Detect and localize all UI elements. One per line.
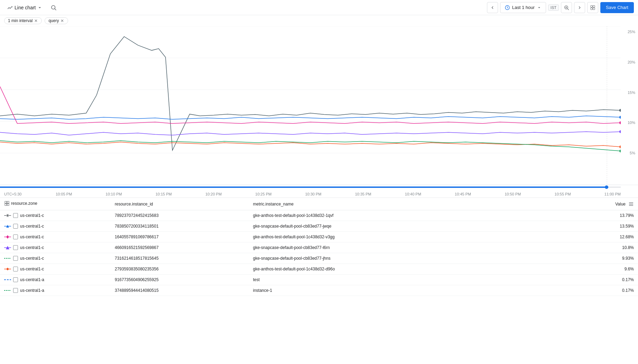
row-line-icon xyxy=(4,245,11,250)
filter-bar: 1 min interval query xyxy=(0,15,638,26)
timezone-badge: IST xyxy=(548,4,559,11)
cell-zone: us-central1-c xyxy=(0,264,111,275)
svg-point-0 xyxy=(51,6,55,9)
table-row: us-central1-c 7316214618517815645 gke-sn… xyxy=(0,253,638,264)
table-header: resource.zone resource.instance_id metri… xyxy=(0,198,638,210)
chevron-right-icon xyxy=(577,5,582,10)
cell-instance-id: 3748895944414080515 xyxy=(111,285,249,296)
x-label-5: 10:25 PM xyxy=(255,192,272,196)
x-label-1: 10:05 PM xyxy=(56,192,72,196)
cell-zone: us-central1-c xyxy=(0,253,111,264)
nav-next-button[interactable] xyxy=(574,2,585,13)
cell-metric-name: gke-anthos-test-default-pool-1c438d32-1q… xyxy=(249,210,603,221)
filter-tag-query[interactable]: query xyxy=(45,17,68,24)
table-row: us-central1-c 4660916521592569867 gke-sn… xyxy=(0,242,638,253)
chart-type-label: Line chart xyxy=(15,5,36,10)
timeline-container[interactable] xyxy=(0,186,638,191)
x-label-6: 10:30 PM xyxy=(305,192,321,196)
cell-instance-id: 2793593835080235356 xyxy=(111,264,249,275)
row-checkbox[interactable] xyxy=(13,234,18,239)
x-timezone-label: UTC+5:30 xyxy=(4,192,22,196)
svg-rect-7 xyxy=(591,6,592,7)
row-line-icon xyxy=(4,224,11,229)
col-header-metric-name: metric.instance_name xyxy=(249,198,603,210)
data-table-container[interactable]: resource.zone resource.instance_id metri… xyxy=(0,198,638,296)
svg-point-22 xyxy=(619,150,621,152)
row-checkbox[interactable] xyxy=(13,288,18,293)
row-line-icon xyxy=(4,213,11,218)
cell-zone: us-central1-a xyxy=(0,285,111,296)
svg-point-21 xyxy=(619,145,621,148)
filter-query-close-icon[interactable] xyxy=(60,19,64,23)
line-chart-svg[interactable] xyxy=(0,26,621,185)
header-bar: Line chart Last 1 hour xyxy=(0,0,638,15)
cell-zone-value: us-central1-c xyxy=(20,267,44,271)
time-range-button[interactable]: Last 1 hour xyxy=(500,2,546,13)
svg-rect-8 xyxy=(593,6,595,7)
header-left: Line chart xyxy=(4,2,59,13)
y-label-5: 5% xyxy=(628,151,635,155)
cell-instance-id: 1640557891069786617 xyxy=(111,232,249,242)
columns-icon[interactable] xyxy=(628,201,634,207)
search-button[interactable] xyxy=(48,2,59,13)
y-axis: 25% 20% 15% 10% 5% xyxy=(628,26,635,185)
row-line-icon xyxy=(4,288,11,293)
cell-value: 9.6% xyxy=(603,264,638,275)
row-checkbox[interactable] xyxy=(13,277,18,282)
cell-zone: us-central1-c xyxy=(0,232,111,242)
svg-point-17 xyxy=(619,116,621,118)
dropdown-icon xyxy=(37,5,43,10)
cell-zone: us-central1-c xyxy=(0,242,111,253)
filter-interval-label: 1 min interval xyxy=(8,18,32,23)
row-line-icon xyxy=(4,234,11,239)
filter-close-icon[interactable] xyxy=(34,19,38,23)
reset-zoom-icon xyxy=(590,5,595,10)
table-row: us-central1-a 9167735604906255925 test 0… xyxy=(0,275,638,285)
nav-prev-button[interactable] xyxy=(487,2,498,13)
y-label-15: 15% xyxy=(628,90,635,95)
cell-metric-name: gke-snapcase-default-pool-cb83ed77-l6rn xyxy=(249,242,603,253)
table-body: us-central1-c 7892370724452415683 gke-an… xyxy=(0,210,638,296)
col-metric-name-label: metric.instance_name xyxy=(253,202,293,207)
time-dropdown-icon xyxy=(537,5,542,10)
row-checkbox[interactable] xyxy=(13,256,18,261)
cell-zone-value: us-central1-c xyxy=(20,234,44,239)
y-label-10: 10% xyxy=(628,121,635,125)
svg-rect-24 xyxy=(5,201,7,203)
chart-type-selector[interactable]: Line chart xyxy=(4,3,45,12)
search-icon xyxy=(50,4,57,11)
grid-icon xyxy=(4,201,10,206)
cell-zone-value: us-central1-c xyxy=(20,224,44,229)
cell-zone-value: us-central1-a xyxy=(20,288,44,293)
y-label-20: 20% xyxy=(628,60,635,64)
x-label-4: 10:20 PM xyxy=(205,192,222,196)
filter-tag-interval[interactable]: 1 min interval xyxy=(4,17,42,24)
svg-point-20 xyxy=(619,130,621,133)
timeline-track[interactable] xyxy=(0,186,621,188)
svg-marker-37 xyxy=(6,235,9,239)
zoom-in-icon xyxy=(564,5,569,10)
zoom-in-button[interactable] xyxy=(561,2,572,13)
row-checkbox[interactable] xyxy=(13,245,18,250)
row-checkbox[interactable] xyxy=(13,267,18,271)
cell-instance-id: 7838507200334118501 xyxy=(111,221,249,232)
svg-rect-9 xyxy=(591,8,592,9)
svg-rect-26 xyxy=(5,204,7,205)
svg-marker-42 xyxy=(6,268,9,270)
row-line-icon xyxy=(4,267,11,271)
cell-zone: us-central1-a xyxy=(0,275,111,285)
reset-zoom-button[interactable] xyxy=(587,2,598,13)
timeline-handle[interactable] xyxy=(605,185,608,189)
table-row: us-central1-a 3748895944414080515 instan… xyxy=(0,285,638,296)
row-checkbox[interactable] xyxy=(13,213,18,218)
x-label-8: 10:40 PM xyxy=(405,192,421,196)
save-chart-button[interactable]: Save Chart xyxy=(600,2,634,13)
cell-metric-name: test xyxy=(249,275,603,285)
svg-rect-27 xyxy=(7,204,9,205)
row-checkbox[interactable] xyxy=(13,224,18,229)
table-row: us-central1-c 7838507200334118501 gke-sn… xyxy=(0,221,638,232)
data-table: resource.zone resource.instance_id metri… xyxy=(0,198,638,296)
cell-value: 10.8% xyxy=(603,242,638,253)
filter-query-label: query xyxy=(48,18,59,23)
x-label-3: 10:15 PM xyxy=(156,192,172,196)
